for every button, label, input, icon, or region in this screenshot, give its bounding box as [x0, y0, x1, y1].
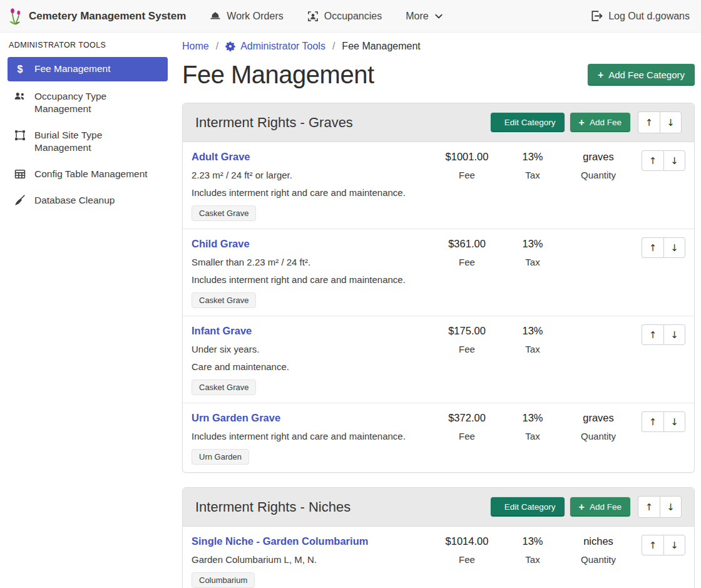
chevron-down-icon	[434, 12, 443, 21]
fee-amount-label: Fee	[432, 430, 501, 442]
fee-description: Includes interment right and care and ma…	[192, 187, 426, 199]
fee-tax-label: Tax	[501, 554, 564, 565]
fee-amount: $1001.00	[432, 150, 501, 163]
fee-category-header: Interment Rights - Niches Edit Category …	[183, 488, 694, 527]
app-brand: Cemetery Management System	[8, 8, 186, 25]
add-fee-label: Add Fee	[590, 502, 622, 512]
move-fee-down-button[interactable]: ↓	[663, 150, 685, 171]
fee-amount: $175.00	[432, 324, 501, 338]
fee-name-link[interactable]: Urn Garden Grave	[192, 411, 280, 425]
fee-row: Infant Grave Under six years.Care and ma…	[183, 316, 694, 403]
move-fee-down-button[interactable]: ↓	[663, 535, 685, 555]
fee-tax: 13%	[501, 324, 564, 338]
logout-button[interactable]: Log Out d.gowans	[591, 10, 690, 22]
sidebar-item-label: Database Cleanup	[34, 194, 115, 207]
fee-tax-label: Tax	[501, 430, 564, 442]
fee-description: Under six years.	[192, 343, 426, 355]
logout-icon	[591, 10, 603, 22]
move-category-down-button[interactable]: ↓	[660, 496, 682, 518]
fee-name-link[interactable]: Child Grave	[192, 237, 250, 250]
sidebar-item-label: Occupancy Type Management	[34, 90, 161, 115]
page-title: Fee Management	[182, 61, 374, 89]
nav-item-occupancies[interactable]: Occupancies	[307, 11, 382, 22]
sidebar-item-database-cleanup[interactable]: Database Cleanup	[8, 189, 168, 212]
move-fee-down-button[interactable]: ↓	[663, 324, 685, 345]
move-category-up-button[interactable]: ↑	[638, 111, 660, 133]
breadcrumb-admin-tools-link[interactable]: Administrator Tools	[225, 41, 325, 52]
fee-type-badge: Columbarium	[192, 572, 255, 588]
fee-quantity-label: Quantity	[564, 430, 633, 442]
edit-category-button[interactable]: Edit Category	[491, 497, 565, 517]
sidebar-heading: ADMINISTRATOR TOOLS	[9, 41, 175, 49]
fee-amount: $372.00	[432, 411, 501, 425]
sidebar-item-fee-management[interactable]: $ Fee Management	[8, 57, 168, 81]
move-fee-down-button[interactable]: ↓	[663, 237, 685, 258]
fee-type-badge: Casket Grave	[192, 379, 256, 395]
move-fee-down-button[interactable]: ↓	[663, 411, 685, 432]
plus-icon: +	[579, 503, 585, 511]
nav-item-label: Occupancies	[324, 11, 382, 22]
fee-reorder-group: ↑ ↓	[642, 324, 685, 345]
fee-quantity-unit: graves	[564, 150, 633, 163]
move-fee-up-button[interactable]: ↑	[642, 535, 663, 555]
fee-description: Smaller than 2.23 m² / 24 ft².	[192, 256, 426, 268]
fee-row: Single Niche - Garden Columbarium Garden…	[183, 527, 694, 588]
fee-description: Includes interment right and care and ma…	[192, 274, 426, 286]
nav-item-more[interactable]: More	[406, 11, 443, 22]
top-navbar: Cemetery Management System Work Orders O…	[0, 0, 701, 33]
gear-icon	[225, 41, 235, 51]
fee-amount-label: Fee	[432, 169, 501, 181]
sidebar-item-config-table-management[interactable]: Config Table Management	[8, 163, 168, 185]
fee-reorder-group: ↑ ↓	[642, 150, 685, 171]
dollar-icon: $	[14, 63, 26, 76]
add-fee-label: Add Fee	[590, 118, 622, 127]
people-icon	[14, 91, 26, 102]
tulip-logo-icon	[8, 8, 23, 25]
sidebar-item-burial-site-type-management[interactable]: Burial Site Type Management	[8, 124, 168, 159]
category-reorder-group: ↑ ↓	[638, 111, 682, 133]
fee-amount-label: Fee	[432, 554, 501, 565]
move-category-up-button[interactable]: ↑	[638, 496, 660, 518]
nav-item-label: Work Orders	[227, 11, 283, 22]
breadcrumb-separator: /	[332, 41, 335, 52]
main-nav: Work Orders Occupancies More	[210, 11, 443, 22]
fee-name-link[interactable]: Infant Grave	[192, 324, 252, 338]
breadcrumb-home-link[interactable]: Home	[182, 41, 209, 52]
nav-item-work-orders[interactable]: Work Orders	[210, 11, 283, 22]
fee-amount: $361.00	[432, 237, 501, 250]
fee-amount-label: Fee	[432, 256, 501, 268]
sidebar-item-label: Fee Management	[34, 63, 111, 75]
nav-item-label: More	[406, 11, 428, 22]
move-category-down-button[interactable]: ↓	[660, 111, 682, 133]
sidebar-item-label: Config Table Management	[34, 168, 148, 180]
edit-category-button[interactable]: Edit Category	[491, 113, 565, 132]
bounding-box-icon	[14, 130, 26, 141]
move-fee-up-button[interactable]: ↑	[642, 411, 663, 432]
broom-icon	[14, 195, 26, 206]
add-fee-category-button[interactable]: + Add Fee Category	[588, 64, 695, 86]
edit-category-label: Edit Category	[504, 118, 556, 127]
sidebar-item-label: Burial Site Type Management	[34, 129, 161, 154]
fee-name-link[interactable]: Single Niche - Garden Columbarium	[192, 535, 368, 548]
add-fee-button[interactable]: + Add Fee	[570, 497, 630, 517]
fee-category-title: Interment Rights - Graves	[195, 115, 353, 131]
move-fee-up-button[interactable]: ↑	[642, 150, 663, 171]
move-fee-up-button[interactable]: ↑	[642, 324, 663, 345]
fee-row: Adult Grave 2.23 m² / 24 ft² or larger.I…	[183, 142, 694, 229]
fee-name-link[interactable]: Adult Grave	[192, 150, 250, 163]
plus-icon: +	[598, 71, 603, 79]
fee-quantity-unit: graves	[564, 411, 633, 425]
plus-icon: +	[579, 119, 585, 126]
add-fee-button[interactable]: + Add Fee	[570, 113, 630, 132]
move-fee-up-button[interactable]: ↑	[642, 237, 663, 258]
fee-reorder-group: ↑ ↓	[642, 535, 685, 555]
edit-category-label: Edit Category	[504, 502, 556, 512]
fee-tax: 13%	[501, 237, 564, 250]
hard-hat-icon	[210, 11, 221, 22]
sidebar-item-occupancy-type-management[interactable]: Occupancy Type Management	[8, 85, 168, 120]
breadcrumb-admin-tools-label: Administrator Tools	[240, 41, 325, 52]
fee-type-badge: Casket Grave	[192, 205, 256, 221]
person-bounding-box-icon	[307, 11, 319, 22]
fee-quantity-label: Quantity	[564, 169, 633, 181]
breadcrumb: Home / Administrator Tools / Fee Managem…	[182, 41, 695, 52]
